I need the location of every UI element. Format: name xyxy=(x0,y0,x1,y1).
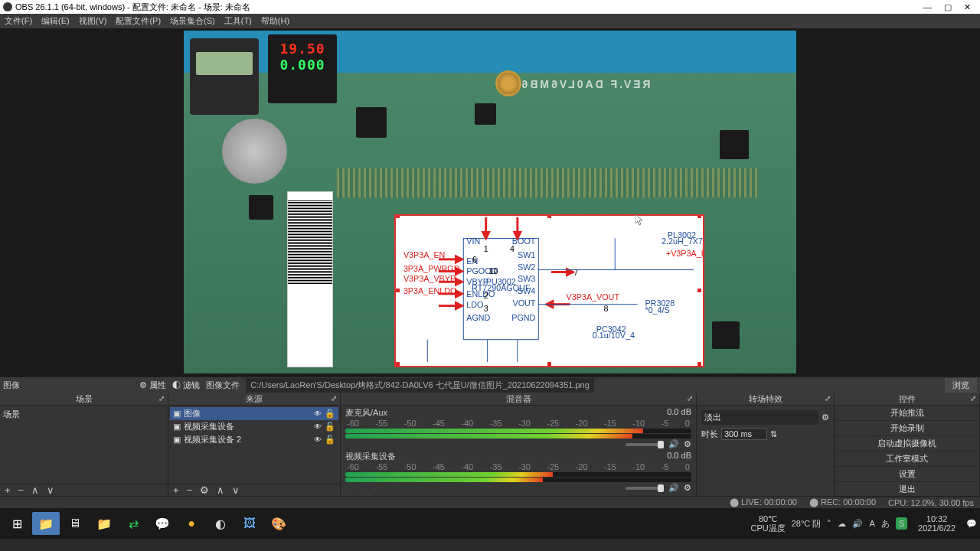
remove-source-button[interactable]: − xyxy=(187,484,193,496)
add-scene-button[interactable]: + xyxy=(5,484,11,496)
tray-cloud-icon[interactable]: ☁ xyxy=(838,519,846,529)
properties-bar: 图像 ⚙ 属性 ◐ 滤镜 图像文件 C:/Users/LaoRen'S/Desk… xyxy=(0,377,980,393)
source-settings-button[interactable]: ⚙ xyxy=(200,484,209,496)
scene-up-button[interactable]: ∧ xyxy=(31,484,39,496)
source-item-image[interactable]: ▣ 图像👁🔓 xyxy=(170,407,338,420)
source-down-button[interactable]: ∨ xyxy=(232,484,240,496)
sources-header: 来源⤢ xyxy=(168,393,340,406)
current-readout: 0.000 xyxy=(268,57,337,73)
weather-widget[interactable]: 28°C 阴 xyxy=(792,518,822,530)
visibility-icon[interactable]: 👁 xyxy=(314,435,322,444)
popout-icon[interactable]: ⤢ xyxy=(825,394,831,403)
source-up-button[interactable]: ∧ xyxy=(217,484,224,496)
menu-help[interactable]: 帮助(H) xyxy=(261,15,289,27)
tray-volume-icon[interactable]: 🔊 xyxy=(852,519,863,529)
lock-icon[interactable]: 🔓 xyxy=(325,422,335,432)
source-item-capture[interactable]: ▣ 视频采集设备👁🔓 xyxy=(170,420,338,433)
start-streaming-button[interactable]: 开始推流 xyxy=(835,406,979,421)
speaker-icon[interactable]: 🔊 xyxy=(668,439,679,449)
channel-db: 0.0 dB xyxy=(667,407,691,419)
lock-icon[interactable]: 🔓 xyxy=(325,435,335,445)
popout-icon[interactable]: ⤢ xyxy=(158,394,165,403)
svg-rect-64 xyxy=(396,362,400,366)
svg-text:VIN: VIN xyxy=(466,236,480,246)
visibility-icon[interactable]: 👁 xyxy=(314,409,322,418)
gear-icon[interactable]: ⚙ xyxy=(684,483,691,493)
menu-tools[interactable]: 工具(T) xyxy=(224,15,252,27)
source-item-capture2[interactable]: ▣ 视频采集设备 2👁🔓 xyxy=(170,433,338,446)
spinner-icon[interactable]: ⇅ xyxy=(770,429,777,439)
cursor-icon xyxy=(635,214,645,227)
menu-file[interactable]: 文件(F) xyxy=(5,15,32,27)
add-source-button[interactable]: + xyxy=(173,484,179,496)
taskbar-app[interactable]: 🖼 xyxy=(236,512,263,535)
schematic-overlay[interactable]: PU3002 RT7290AGQUF VIN EN PGOOD VBYP ENL… xyxy=(394,214,704,367)
svg-text:2: 2 xyxy=(484,291,488,300)
cpu-temp[interactable]: 80℃CPU温度 xyxy=(751,514,786,533)
start-virtualcam-button[interactable]: 启动虚拟摄像机 xyxy=(835,436,979,452)
visibility-icon[interactable]: 👁 xyxy=(314,422,322,431)
speaker-icon[interactable]: 🔊 xyxy=(668,483,679,493)
tray-app-icon[interactable]: S xyxy=(896,517,907,530)
duration-input[interactable] xyxy=(721,428,767,440)
svg-text:SW1: SW1 xyxy=(518,250,535,259)
ic-chip xyxy=(356,107,387,138)
taskbar-obs[interactable]: ◐ xyxy=(207,512,234,535)
gear-icon[interactable]: ⚙ xyxy=(684,439,691,449)
taskbar-app[interactable]: ● xyxy=(178,512,205,535)
scene-item[interactable]: 场景 xyxy=(3,409,165,420)
window-title: OBS 26.1.1 (64-bit, windows) - 配置文件: 未命名… xyxy=(15,2,250,13)
menu-profile[interactable]: 配置文件(P) xyxy=(116,15,161,27)
start-button[interactable]: ⊞ xyxy=(3,512,31,535)
obs-icon xyxy=(3,2,12,11)
taskbar-app[interactable]: 📁 xyxy=(32,512,60,535)
tray-chevron-icon[interactable]: ˄ xyxy=(827,519,831,529)
volume-slider[interactable] xyxy=(626,443,664,446)
lock-icon[interactable]: 🔓 xyxy=(325,409,335,419)
taskbar-wechat[interactable]: 💬 xyxy=(149,512,176,535)
remove-scene-button[interactable]: − xyxy=(18,484,24,496)
popout-icon[interactable]: ⤢ xyxy=(331,394,337,403)
tray-ime2-icon[interactable]: あ xyxy=(881,518,890,530)
close-button[interactable]: ✕ xyxy=(964,2,971,12)
studio-mode-button[interactable]: 工作室模式 xyxy=(835,452,979,467)
svg-text:AGND: AGND xyxy=(466,313,490,322)
taskbar-app[interactable]: 📁 xyxy=(90,512,118,535)
start-recording-button[interactable]: 开始录制 xyxy=(835,421,979,436)
menu-edit[interactable]: 编辑(E) xyxy=(41,15,70,27)
preview-canvas[interactable]: 19.50 0.000 REV.F DA0LV6MB6F PU3002 RT72… xyxy=(184,31,796,373)
settings-button[interactable]: 设置 xyxy=(835,467,979,482)
mixer-header: 混音器⤢ xyxy=(341,393,696,406)
menu-view[interactable]: 视图(V) xyxy=(79,15,107,27)
ic-chip xyxy=(475,103,496,125)
preview-area[interactable]: 19.50 0.000 REV.F DA0LV6MB6F PU3002 RT72… xyxy=(0,28,980,377)
taskbar-clock[interactable]: 10:322021/6/22 xyxy=(913,514,960,533)
notifications-icon[interactable]: 💬 xyxy=(966,519,977,529)
taskbar-app[interactable]: 🖥 xyxy=(61,512,89,535)
browse-button[interactable]: 浏览 xyxy=(945,378,977,393)
scene-down-button[interactable]: ∨ xyxy=(47,484,54,496)
svg-text:ENLDO: ENLDO xyxy=(466,289,495,298)
tray-ime-icon[interactable]: A xyxy=(869,519,874,528)
taskbar-app[interactable]: 🎨 xyxy=(265,512,292,535)
voltage-readout: 19.50 xyxy=(268,34,337,57)
maximize-button[interactable]: ▢ xyxy=(944,2,952,12)
popout-icon[interactable]: ⤢ xyxy=(687,394,693,403)
menu-scene-collection[interactable]: 场景集合(S) xyxy=(170,15,215,27)
filters-button[interactable]: ◐ 滤镜 xyxy=(172,380,200,391)
volume-slider[interactable] xyxy=(626,487,664,490)
svg-text:6: 6 xyxy=(472,255,477,264)
taskbar-app[interactable]: ⇄ xyxy=(119,512,147,535)
gear-icon[interactable]: ⚙ xyxy=(822,412,829,422)
svg-text:LDO: LDO xyxy=(466,300,483,309)
popout-icon[interactable]: ⤢ xyxy=(970,394,976,403)
svg-rect-66 xyxy=(697,362,701,366)
image-file-path: C:/Users/LaoRen'S/Desktop/烤格式/842-DA0LV6… xyxy=(246,378,594,393)
transitions-header: 转场特效⤢ xyxy=(697,393,834,406)
svg-text:BOOT: BOOT xyxy=(512,236,536,246)
transition-select[interactable]: 淡出 xyxy=(701,410,818,425)
exit-button[interactable]: 退出 xyxy=(835,482,979,497)
properties-button[interactable]: ⚙ 属性 xyxy=(139,380,166,391)
status-live: ⬤ LIVE: 00:00:00 xyxy=(730,497,797,507)
minimize-button[interactable]: — xyxy=(923,2,932,12)
